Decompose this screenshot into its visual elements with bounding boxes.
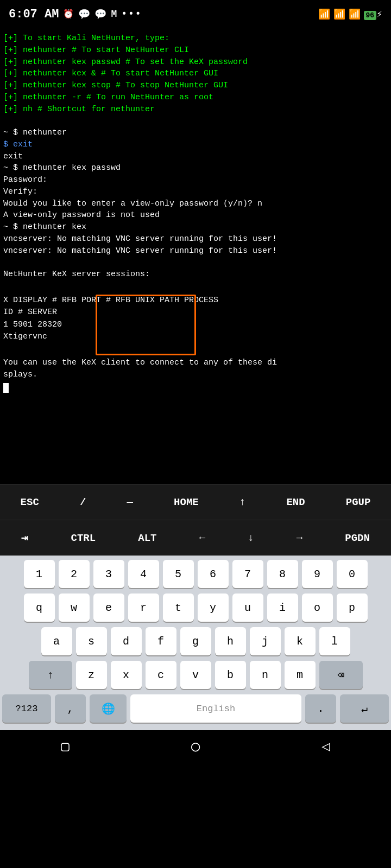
key-dash[interactable]: — bbox=[119, 491, 141, 514]
terminal-line: splays. bbox=[3, 369, 388, 381]
key-x[interactable]: x bbox=[111, 661, 142, 689]
key-down[interactable]: ↓ bbox=[240, 527, 261, 550]
key-p[interactable]: p bbox=[337, 593, 368, 622]
more-icon: ••• bbox=[121, 9, 142, 20]
enter-key[interactable]: ↵ bbox=[340, 694, 389, 723]
bottom-navigation-bar: ▢ ◯ ◁ bbox=[0, 730, 391, 763]
key-t[interactable]: t bbox=[163, 593, 194, 622]
key-j[interactable]: j bbox=[250, 627, 281, 655]
key-7[interactable]: 7 bbox=[232, 560, 263, 588]
key-1[interactable]: 1 bbox=[24, 560, 55, 588]
key-e[interactable]: e bbox=[93, 593, 124, 622]
key-h[interactable]: h bbox=[215, 627, 246, 655]
time-display: 6:07 AM bbox=[9, 8, 59, 21]
key-c[interactable]: c bbox=[146, 661, 176, 689]
battery-icon: 96⚡ bbox=[364, 8, 382, 20]
key-d[interactable]: d bbox=[111, 627, 142, 655]
key-8[interactable]: 8 bbox=[267, 560, 298, 588]
terminal-line: vncserver: No matching VNC server runnin… bbox=[3, 233, 388, 245]
key-pgdn[interactable]: PGDN bbox=[337, 527, 377, 550]
key-f[interactable]: f bbox=[146, 627, 176, 655]
shift-key[interactable]: ↑ bbox=[29, 661, 72, 689]
backspace-key[interactable]: ⌫ bbox=[319, 661, 363, 689]
terminal-line: Password: bbox=[3, 174, 388, 186]
key-pgup[interactable]: PGUP bbox=[338, 491, 379, 514]
email-icon: M bbox=[111, 9, 117, 20]
key-n[interactable]: n bbox=[250, 661, 281, 689]
kex-table: X DISPLAY # RFB PORT # RFB UNIX PATH PRO… bbox=[3, 295, 218, 343]
key-5[interactable]: 5 bbox=[163, 560, 194, 588]
kex-table-header1: X DISPLAY # RFB PORT # RFB UNIX PATH PRO… bbox=[3, 295, 218, 307]
terminal-line: A view-only password is not used bbox=[3, 209, 388, 221]
key-b[interactable]: b bbox=[215, 661, 246, 689]
key-4[interactable]: 4 bbox=[128, 560, 159, 588]
terminal-line: ~ $ nethunter kex bbox=[3, 221, 388, 233]
wifi-icon: 📶 bbox=[349, 8, 361, 20]
key-home[interactable]: HOME bbox=[166, 491, 206, 514]
terminal-line: [+] To start Kali NetHunter, type: bbox=[3, 33, 388, 44]
msg-icon-2: 💬 bbox=[94, 8, 106, 20]
key-v[interactable]: v bbox=[180, 661, 211, 689]
space-key[interactable]: English bbox=[130, 694, 301, 723]
key-slash[interactable]: / bbox=[72, 491, 93, 514]
terminal-line: [+] nethunter # To start NetHunter CLI bbox=[3, 44, 388, 56]
key-esc[interactable]: ESC bbox=[13, 491, 47, 514]
key-up[interactable]: ↑ bbox=[232, 491, 253, 514]
key-0[interactable]: 0 bbox=[337, 560, 368, 588]
key-k[interactable]: k bbox=[285, 627, 316, 655]
key-alt[interactable]: ALT bbox=[130, 527, 164, 550]
terminal-line: ~ $ nethunter kex passwd bbox=[3, 162, 388, 174]
key-q[interactable]: q bbox=[24, 593, 55, 622]
key-3[interactable]: 3 bbox=[93, 560, 124, 588]
keyboard-row-numbers: 1 2 3 4 5 6 7 8 9 0 bbox=[2, 560, 389, 588]
key-u[interactable]: u bbox=[232, 593, 263, 622]
keyboard-row-zxcv: ↑ z x c v b n m ⌫ bbox=[2, 661, 389, 689]
terminal-line: [+] nethunter kex stop # To stop NetHunt… bbox=[3, 80, 388, 92]
signal-icon-1: 📶 bbox=[318, 8, 330, 20]
nav-back-button[interactable]: ◁ bbox=[307, 733, 345, 760]
terminal-line: [+] nethunter -r # To run NetHunter as r… bbox=[3, 92, 388, 104]
key-z[interactable]: z bbox=[76, 661, 107, 689]
terminal-line: [+] nethunter kex passwd # To set the Ke… bbox=[3, 56, 388, 68]
globe-key[interactable]: 🌐 bbox=[90, 694, 127, 723]
terminal-line: $ exit bbox=[3, 139, 388, 151]
cursor-block bbox=[3, 383, 9, 393]
key-6[interactable]: 6 bbox=[198, 560, 229, 588]
key-end[interactable]: END bbox=[279, 491, 312, 514]
kex-table-row2: Xtigervnc bbox=[3, 331, 218, 343]
terminal-line: exit bbox=[3, 151, 388, 163]
key-l[interactable]: l bbox=[319, 627, 350, 655]
key-i[interactable]: i bbox=[267, 593, 298, 622]
terminal-line: NetHunter KeX server sessions: bbox=[3, 269, 388, 280]
key-r[interactable]: r bbox=[128, 593, 159, 622]
terminal-line bbox=[3, 257, 388, 269]
key-m[interactable]: m bbox=[285, 661, 316, 689]
key-a[interactable]: a bbox=[41, 627, 72, 655]
terminal-line bbox=[3, 280, 388, 292]
terminal-line: Verify: bbox=[3, 186, 388, 198]
key-right[interactable]: → bbox=[289, 527, 310, 550]
key-g[interactable]: g bbox=[180, 627, 211, 655]
key-9[interactable]: 9 bbox=[302, 560, 333, 588]
terminal-line: You can use the KeX client to connect to… bbox=[3, 357, 388, 369]
key-2[interactable]: 2 bbox=[59, 560, 90, 588]
toolbar-row2: ⇥ CTRL ALT ← ↓ → PGDN bbox=[0, 520, 391, 556]
toolbar-row1: ESC / — HOME ↑ END PGUP bbox=[0, 484, 391, 520]
key-y[interactable]: y bbox=[198, 593, 229, 622]
key-tab[interactable]: ⇥ bbox=[14, 525, 36, 551]
terminal-cursor-line bbox=[3, 381, 388, 393]
sym-key[interactable]: ?123 bbox=[2, 694, 51, 723]
keyboard-row-bottom: ?123 , 🌐 English . ↵ bbox=[2, 694, 389, 723]
key-s[interactable]: s bbox=[76, 627, 107, 655]
signal-icon-2: 📶 bbox=[333, 8, 345, 20]
keyboard: 1 2 3 4 5 6 7 8 9 0 q w e r t y u i o p … bbox=[0, 556, 391, 730]
key-left[interactable]: ← bbox=[192, 527, 213, 550]
terminal-area[interactable]: [+] To start Kali NetHunter, type: [+] n… bbox=[0, 28, 391, 484]
key-o[interactable]: o bbox=[302, 593, 333, 622]
nav-square-button[interactable]: ▢ bbox=[46, 733, 84, 760]
period-key[interactable]: . bbox=[305, 694, 336, 723]
key-ctrl[interactable]: CTRL bbox=[63, 527, 103, 550]
comma-key[interactable]: , bbox=[55, 694, 86, 723]
key-w[interactable]: w bbox=[59, 593, 90, 622]
nav-home-button[interactable]: ◯ bbox=[176, 733, 215, 760]
